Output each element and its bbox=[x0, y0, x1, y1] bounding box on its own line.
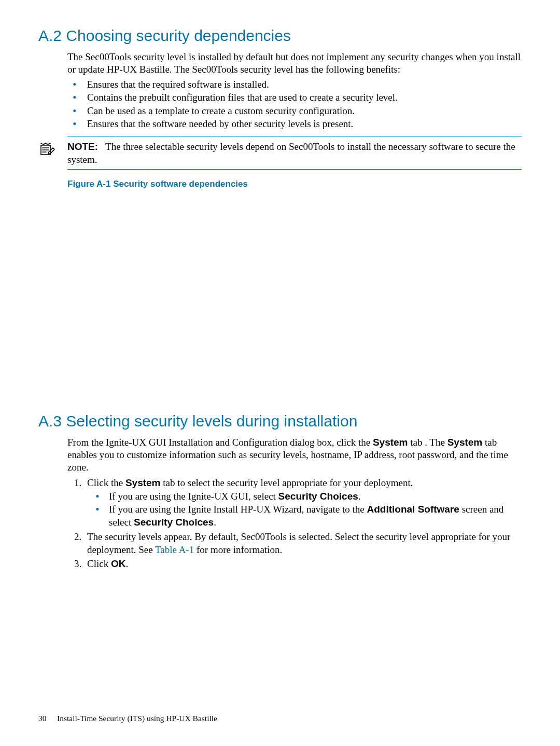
a2-bullet-item: Contains the prebuilt configuration file… bbox=[82, 91, 522, 104]
a3-step1-sublist: If you are using the Ignite-UX GUI, sele… bbox=[87, 490, 522, 529]
figure-caption: Figure A-1 Security software dependencie… bbox=[67, 179, 522, 189]
note-block: NOTE: The three selectable security leve… bbox=[38, 136, 522, 170]
a3-sub-item: If you are using the Ignite Install HP-U… bbox=[109, 503, 522, 529]
table-a1-link[interactable]: Table A-1 bbox=[155, 544, 194, 555]
a3-intro: From the Ignite-UX GUI Installation and … bbox=[67, 436, 522, 473]
note-label: NOTE: bbox=[67, 141, 98, 152]
a2-bullet-item: Can be used as a template to create a cu… bbox=[82, 104, 522, 118]
page-number: 30 bbox=[38, 714, 57, 723]
a3-sub-item: If you are using the Ignite-UX GUI, sele… bbox=[109, 490, 522, 503]
a3-step-1: Click the System tab to select the secur… bbox=[84, 477, 522, 529]
a3-step-3: Click OK. bbox=[84, 558, 522, 571]
note-text: NOTE: The three selectable security leve… bbox=[67, 141, 522, 166]
a2-bullet-list: Ensures that the required software is in… bbox=[67, 78, 522, 131]
figure-placeholder bbox=[38, 189, 522, 412]
page-footer: 30Install-Time Security (ITS) using HP-U… bbox=[38, 714, 217, 723]
heading-a3: A.3 Selecting security levels during ins… bbox=[38, 412, 522, 430]
a3-step-2: The security levels appear. By default, … bbox=[84, 531, 522, 556]
a2-bullet-item: Ensures that the required software is in… bbox=[82, 78, 522, 91]
heading-a2: A.2 Choosing security dependencies bbox=[38, 27, 522, 45]
footer-title: Install-Time Security (ITS) using HP-UX … bbox=[57, 714, 217, 723]
a3-step-list: Click the System tab to select the secur… bbox=[67, 477, 522, 571]
a2-intro: The Sec00Tools security level is install… bbox=[67, 51, 522, 76]
note-icon bbox=[38, 142, 56, 159]
a2-bullet-item: Ensures that the software needed by othe… bbox=[82, 117, 522, 131]
